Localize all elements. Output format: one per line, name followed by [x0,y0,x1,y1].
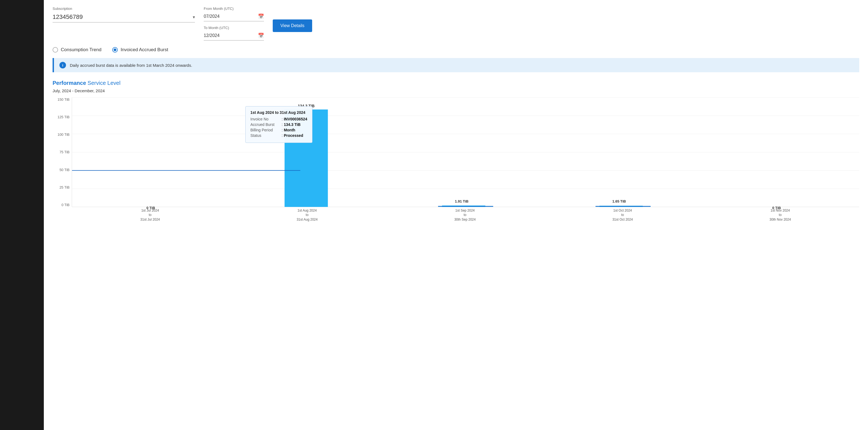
y-label-100: 100 TiB [58,132,69,137]
main-content: Subscription 123456789 ▾ From Month (UTC… [44,0,868,430]
to-month-input-row: 12/2024 📅 [204,31,264,40]
tooltip-colon-3: : [282,128,283,132]
x-label-oct: 1st Oct 2024to31st Oct 2024 [612,208,633,222]
info-icon: i [59,62,66,68]
y-label-75: 75 TiB [59,150,69,154]
from-month-label: From Month (UTC) [204,7,264,11]
dropdown-arrow-icon: ▾ [193,14,195,20]
info-banner-text: Daily accrued burst data is available fr… [70,63,192,68]
x-label-aug: 1st Aug 2024to31st Aug 2024 [297,208,318,222]
top-controls: Subscription 123456789 ▾ From Month (UTC… [53,7,859,40]
tooltip-status-row: Status : Processed [251,133,308,138]
subscription-value: 123456789 [53,13,193,21]
chart-area: 150 TiB 125 TiB 100 TiB 75 TiB 50 TiB 25… [53,97,859,223]
y-label-150: 150 TiB [58,97,69,102]
tooltip-colon-1: : [282,117,283,121]
y-label-25: 25 TiB [59,185,69,189]
radio-invoiced-circle [112,47,118,53]
tooltip-status-val: Processed [284,133,303,138]
x-label-jul: 1st Jul 2024to31st Jul 2024 [141,208,160,222]
subscription-section: Subscription 123456789 ▾ [53,7,195,23]
tooltip-billing-key: Billing Period [251,128,281,132]
to-month-field: To Month (UTC) 12/2024 📅 [204,26,264,40]
tooltip-invoice-val: INV00036524 [284,117,307,121]
radio-invoiced-label: Invoiced Accrued Burst [121,47,168,53]
y-label-50: 50 TiB [59,168,69,172]
tooltip-accrued-key: Accrued Burst [251,122,281,127]
tooltip-accrued-val: 134.3 TiB [284,122,300,127]
info-banner: i Daily accrued burst data is available … [53,58,859,72]
tooltip-colon-4: : [282,133,283,138]
radio-section: Consumption Trend Invoiced Accrued Burst [53,47,859,53]
date-section: From Month (UTC) 07/2024 📅 To Month (UTC… [204,7,264,40]
section-title: Performance Service Level [53,80,859,86]
from-month-calendar-icon[interactable]: 📅 [258,13,264,20]
y-label-125: 125 TiB [58,115,69,119]
radio-consumption-label: Consumption Trend [61,47,101,53]
tooltip-billing-val: Month [284,128,295,132]
tooltip-colon-2: : [282,122,283,127]
x-label-nov: 1st Nov 2024to30th Nov 2024 [769,208,791,222]
y-label-0: 0 TiB [61,203,69,207]
sidebar [0,0,44,430]
subscription-select[interactable]: 123456789 ▾ [53,12,195,23]
tooltip-invoice-row: Invoice No : INV00036524 [251,117,308,121]
radio-consumption-circle [53,47,58,53]
from-month-value: 07/2024 [204,14,258,19]
date-range-label: July, 2024 - December, 2024 [53,89,859,93]
radio-invoiced-accrued-burst[interactable]: Invoiced Accrued Burst [112,47,168,53]
to-month-calendar-icon[interactable]: 📅 [258,33,264,39]
subscription-label: Subscription [53,7,195,11]
tooltip-invoice-key: Invoice No [251,117,281,121]
bar-oct-value-label: 1.65 TiB [612,199,626,203]
view-details-button[interactable]: View Details [273,20,312,32]
y-axis: 150 TiB 125 TiB 100 TiB 75 TiB 50 TiB 25… [53,97,72,207]
bar-sep-value-label: 1.91 TiB [455,199,468,203]
from-month-field: From Month (UTC) 07/2024 📅 [204,7,264,21]
tooltip-title: 1st Aug 2024 to 31st Aug 2024 [251,110,308,115]
from-month-input-row: 07/2024 📅 [204,12,264,21]
tooltip-aug: 1st Aug 2024 to 31st Aug 2024 Invoice No… [245,106,313,143]
radio-consumption-trend[interactable]: Consumption Trend [53,47,101,53]
to-month-value: 12/2024 [204,33,258,38]
tooltip-accrued-row: Accrued Burst : 134.3 TiB [251,122,308,127]
chart-inner: 134.3 TiB 0 TiB 1.91 TiB 1.65 TiB 0 TiB … [72,97,859,207]
chart-svg: 134.3 TiB 0 TiB 1.91 TiB 1.65 TiB 0 TiB [72,97,859,207]
to-month-label: To Month (UTC) [204,26,264,30]
x-label-sep: 1st Sep 2024to30th Sep 2024 [454,208,476,222]
tooltip-billing-row: Billing Period : Month [251,128,308,132]
section-title-bold: Performance [53,80,86,86]
x-axis-labels: 1st Jul 2024to31st Jul 2024 1st Aug 2024… [72,208,859,222]
section-title-light: Service Level [88,80,121,86]
tooltip-status-key: Status [251,133,281,138]
